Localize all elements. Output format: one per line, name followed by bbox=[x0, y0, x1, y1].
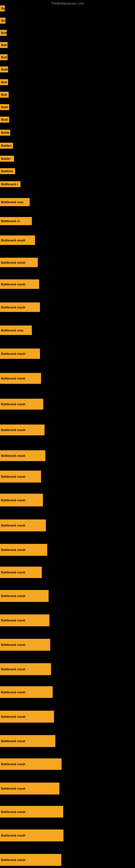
bottleneck-bar[interactable]: Bottleneck resu bbox=[0, 198, 30, 206]
bottleneck-bar[interactable]: Bottleneck result bbox=[0, 567, 42, 578]
bar-item: Bott bbox=[0, 30, 7, 36]
bar-item: Bottleneck result bbox=[0, 686, 53, 698]
bar-item: Bottleneck result bbox=[0, 520, 46, 531]
bar-item: Bottleneck result bbox=[0, 758, 61, 770]
bar-item: Bottleneck resu bbox=[0, 326, 32, 335]
bottleneck-bar[interactable]: Bottle bbox=[0, 130, 10, 135]
bottleneck-bar[interactable]: Bottleneck result bbox=[0, 520, 46, 531]
bar-item: Bo bbox=[0, 5, 5, 11]
bar-item: Bottleneck result bbox=[0, 279, 39, 289]
bottleneck-bar[interactable]: Bottleneck result bbox=[0, 590, 49, 602]
bar-item: Bottleneck result bbox=[0, 614, 49, 626]
bottleneck-bar[interactable]: Bottleneck result bbox=[0, 758, 61, 770]
bottleneck-bar[interactable]: Bottleneck result bbox=[0, 373, 41, 384]
bar-item: Bottle bbox=[0, 130, 10, 135]
bar-item: Bottleneck result bbox=[0, 639, 50, 651]
bottleneck-bar[interactable]: Bottleneck result bbox=[0, 236, 35, 245]
bar-item: Bottleneck result bbox=[0, 567, 42, 578]
bar-item: Bottleneck r bbox=[0, 181, 20, 187]
bottleneck-bar[interactable]: Bott bbox=[0, 30, 7, 36]
bar-item: Bottleneck result bbox=[0, 830, 63, 841]
bottleneck-bar[interactable]: Bo bbox=[0, 18, 5, 24]
bottleneck-bar[interactable]: Bo bbox=[0, 5, 5, 11]
bottleneck-bar[interactable]: Bott bbox=[0, 92, 9, 98]
bar-item: Bottleneck result bbox=[0, 735, 55, 747]
bar-item: Bottleneck result bbox=[0, 711, 54, 723]
bottleneck-bar[interactable]: Bottleneck result bbox=[0, 450, 45, 461]
bottleneck-bar[interactable]: Bottl bbox=[0, 117, 9, 123]
bar-item: Bottleneck result bbox=[0, 425, 45, 435]
bar-item: Bottleneck result bbox=[0, 450, 45, 461]
bottleneck-bar[interactable]: Bottleneck result bbox=[0, 686, 53, 698]
bottleneck-bar[interactable]: Bottleneck resu bbox=[0, 326, 32, 335]
bar-item: Bottlenk bbox=[0, 168, 15, 174]
bar-item: Bottleneck result bbox=[0, 348, 40, 359]
site-title: TheBottlenecker.com bbox=[51, 1, 84, 5]
bottleneck-bar[interactable]: Bottleneck result bbox=[0, 614, 49, 626]
bar-item: Bott bbox=[0, 54, 8, 60]
bar-item: Bottleneck result bbox=[0, 494, 43, 506]
bar-item: Bottler bbox=[0, 156, 14, 162]
bar-item: Bottleneck resu bbox=[0, 198, 30, 206]
bottleneck-bar[interactable]: Bottleneck result bbox=[0, 258, 38, 267]
bottleneck-bar[interactable]: Bottleneck result bbox=[0, 425, 45, 435]
bottleneck-bar[interactable]: Bottleneck result bbox=[0, 471, 41, 483]
bottleneck-bar[interactable]: Bottleneck result bbox=[0, 399, 43, 410]
bar-item: Bottlen bbox=[0, 143, 13, 149]
bottleneck-bar[interactable]: Bottleneck result bbox=[0, 544, 47, 556]
bar-item: Bottl bbox=[0, 66, 8, 72]
bar-item: Bottleneck result bbox=[0, 399, 43, 410]
bar-item: Bottleneck result bbox=[0, 544, 47, 556]
bottleneck-bar[interactable]: Bottleneck re bbox=[0, 217, 32, 225]
bar-item: Bottleneck result bbox=[0, 806, 63, 817]
bar-item: Bottleneck result bbox=[0, 782, 59, 795]
bottleneck-bar[interactable]: Bottleneck result bbox=[0, 494, 43, 506]
bar-item: Bottl bbox=[0, 104, 9, 110]
bottleneck-bar[interactable]: Bottleneck result bbox=[0, 348, 40, 359]
bottleneck-bar[interactable]: Bottlenk bbox=[0, 168, 15, 174]
bar-item: Bo bbox=[0, 18, 5, 24]
bar-item: Bottleneck result bbox=[0, 471, 41, 483]
bottleneck-bar[interactable]: Bottleneck result bbox=[0, 663, 51, 675]
bottleneck-bar[interactable]: Bottleneck result bbox=[0, 639, 50, 651]
bottleneck-bar[interactable]: Bottleneck r bbox=[0, 181, 20, 187]
bottleneck-bar[interactable]: Bottleneck result bbox=[0, 279, 39, 289]
bar-item: Bott bbox=[0, 79, 8, 85]
bottleneck-bar[interactable]: Bottl bbox=[0, 66, 8, 72]
bottleneck-bar[interactable]: Bott bbox=[0, 79, 8, 85]
bar-item: Bottleneck result bbox=[0, 663, 51, 675]
bar-item: Bottleneck result bbox=[0, 258, 38, 267]
bottleneck-bar[interactable]: Bottl bbox=[0, 104, 9, 110]
bar-item: Bottleneck result bbox=[0, 236, 35, 245]
bar-item: Bottleneck re bbox=[0, 217, 32, 225]
bottleneck-bar[interactable]: Bottleneck result bbox=[0, 830, 63, 841]
bottleneck-bar[interactable]: Bottlen bbox=[0, 143, 13, 149]
bottleneck-bar[interactable]: Bottleneck result bbox=[0, 303, 40, 312]
bar-item: Bottleneck result bbox=[0, 854, 61, 866]
bar-item: Bottleneck result bbox=[0, 590, 49, 602]
bottleneck-bar[interactable]: Bottleneck result bbox=[0, 782, 59, 795]
bottleneck-bar[interactable]: Bottleneck result bbox=[0, 711, 54, 723]
bottleneck-bar[interactable]: Bottleneck result bbox=[0, 735, 55, 747]
bottleneck-bar[interactable]: Bottleneck result bbox=[0, 806, 63, 817]
bottleneck-bar[interactable]: Bottleneck result bbox=[0, 854, 61, 866]
bar-item: Bottl bbox=[0, 117, 9, 123]
bottleneck-bar[interactable]: Bott bbox=[0, 54, 8, 60]
bottleneck-bar[interactable]: Bott bbox=[0, 42, 8, 48]
bar-item: Bottleneck result bbox=[0, 373, 41, 384]
bar-item: Bott bbox=[0, 42, 8, 48]
bar-item: Bottleneck result bbox=[0, 303, 40, 312]
bottleneck-bar[interactable]: Bottler bbox=[0, 156, 14, 162]
bar-item: Bott bbox=[0, 92, 9, 98]
